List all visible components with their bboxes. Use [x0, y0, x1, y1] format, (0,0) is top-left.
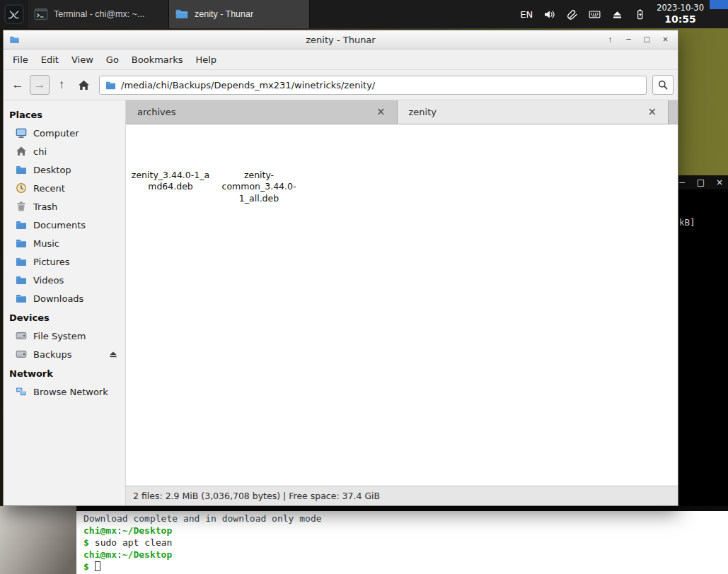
- debian-package-icon: [155, 134, 187, 166]
- forward-button[interactable]: →: [30, 75, 50, 95]
- clock-date: 2023-10-30: [657, 4, 704, 13]
- sidebar-item-pictures[interactable]: Pictures: [4, 252, 125, 271]
- sidebar-item-videos[interactable]: Videos: [4, 271, 125, 289]
- prompt-user-host: chi@mx: [83, 525, 117, 536]
- tab-archives[interactable]: archives ×: [126, 100, 398, 124]
- menu-edit[interactable]: Edit: [35, 54, 65, 65]
- clock[interactable]: 2023-10-30 10:55: [657, 4, 704, 24]
- menu-bookmarks[interactable]: Bookmarks: [125, 54, 190, 65]
- search-button[interactable]: [652, 75, 674, 95]
- menu-help[interactable]: Help: [189, 54, 223, 65]
- prompt-symbol: $: [83, 561, 89, 572]
- home-icon: [78, 79, 90, 91]
- sidebar-item-label: Computer: [33, 128, 79, 139]
- close-button[interactable]: ×: [659, 33, 672, 46]
- prompt-user-host: chi@mx: [83, 549, 117, 560]
- file-view: zenity_3.44.0-1_a md64.deb zenity- commo…: [126, 124, 678, 486]
- file-manager-icon: [175, 7, 189, 21]
- app-menu-button[interactable]: [0, 0, 28, 28]
- background-terminal-window[interactable]: − □ × kB]: [674, 175, 728, 506]
- toolbar: ← → ↑ /media/chi/Backups/Depends_mx231/w…: [4, 70, 678, 100]
- tray-indicator[interactable]: [710, 0, 728, 9]
- sidebar-item-home[interactable]: chi: [4, 142, 125, 160]
- tab-close-icon[interactable]: ×: [376, 107, 386, 117]
- sidebar-item-label: Music: [33, 238, 59, 249]
- maximize-button[interactable]: □: [640, 33, 654, 46]
- trash-icon: [16, 201, 27, 212]
- keyboard-layout-indicator[interactable]: EN: [520, 9, 533, 20]
- sidebar-item-music[interactable]: Music: [4, 234, 125, 252]
- sidebar-item-documents[interactable]: Documents: [4, 216, 125, 234]
- system-tray: EN 2023-10-30 10:55: [520, 0, 728, 28]
- sidebar-item-recent[interactable]: Recent: [4, 179, 125, 197]
- taskbar: Terminal - chi@mx: ~... zenity - Thunar: [28, 0, 310, 28]
- tab-bar: archives × zenity ×: [126, 100, 678, 124]
- prompt-symbol: $: [83, 537, 89, 548]
- close-icon[interactable]: ×: [716, 175, 723, 189]
- prompt-path: ~/Desktop: [122, 525, 172, 536]
- drive-icon: [16, 348, 27, 360]
- file-zenity-common-deb[interactable]: zenity- common_3.44.0- 1_all.deb: [217, 134, 301, 204]
- path-text: /media/chi/Backups/Depends_mx231/winetri…: [121, 80, 375, 90]
- status-text: 2 files: 2.9 MiB (3,036,708 bytes) | Fre…: [133, 491, 380, 501]
- network-icon: [16, 386, 27, 397]
- menu-view[interactable]: View: [65, 54, 100, 65]
- thunar-window: zenity - Thunar ↑ − □ × File Edit View G…: [3, 30, 678, 506]
- back-button[interactable]: ←: [8, 75, 28, 95]
- task-label: zenity - Thunar: [195, 9, 253, 19]
- sidebar-item-trash[interactable]: Trash: [4, 197, 125, 216]
- sidebar-item-filesystem[interactable]: File System: [4, 327, 125, 345]
- sidebar-item-computer[interactable]: Computer: [4, 124, 125, 142]
- sidebar-item-label: Browse Network: [33, 387, 108, 397]
- battery-icon[interactable]: [634, 8, 646, 20]
- sidebar-item-backups[interactable]: Backups: [4, 345, 125, 363]
- terminal-line: $: [83, 561, 728, 573]
- tab-label: archives: [137, 107, 176, 117]
- minimize-icon[interactable]: −: [678, 175, 686, 189]
- sidebar-item-label: Desktop: [33, 165, 71, 175]
- maximize-icon[interactable]: □: [697, 175, 705, 189]
- clock-time: 10:55: [657, 13, 704, 25]
- menu-go[interactable]: Go: [100, 54, 125, 65]
- file-name: zenity- common_3.44.0- 1_all.deb: [222, 170, 296, 204]
- terminal-line: chi@mx:~/Desktop: [83, 549, 728, 561]
- minimize-button[interactable]: −: [622, 33, 635, 46]
- tab-close-icon[interactable]: ×: [647, 107, 657, 117]
- tab-zenity[interactable]: zenity ×: [398, 100, 669, 124]
- paperclip-icon[interactable]: [566, 8, 578, 20]
- sidebar-item-desktop[interactable]: Desktop: [4, 160, 125, 179]
- folder-icon: [16, 293, 27, 304]
- file-name-line: zenity_3.44.0-1_a: [132, 170, 209, 181]
- top-panel: Terminal - chi@mx: ~... zenity - Thunar …: [0, 0, 728, 28]
- background-terminal-edge: [76, 506, 728, 511]
- shade-button[interactable]: ↑: [603, 33, 617, 46]
- recent-icon: [16, 182, 27, 194]
- up-button[interactable]: ↑: [52, 75, 71, 95]
- folder-icon: [16, 274, 27, 286]
- sidebar-item-label: File System: [33, 331, 86, 341]
- home-icon: [16, 146, 27, 157]
- terminal-window[interactable]: Download complete and in download only m…: [76, 511, 728, 574]
- folder-icon: [105, 80, 116, 90]
- menu-file[interactable]: File: [6, 54, 35, 65]
- sidebar-item-downloads[interactable]: Downloads: [4, 289, 125, 308]
- sidebar-header-devices: Devices: [4, 308, 125, 327]
- home-button[interactable]: [74, 75, 93, 95]
- sidebar-item-label: Recent: [33, 183, 65, 194]
- path-bar[interactable]: /media/chi/Backups/Depends_mx231/winetri…: [99, 76, 647, 95]
- sidebar-item-label: Pictures: [33, 257, 69, 267]
- sidebar-item-label: Documents: [33, 220, 86, 230]
- sidebar-item-browse-network[interactable]: Browse Network: [4, 382, 125, 401]
- background-terminal-output: kB]: [674, 189, 728, 228]
- volume-icon[interactable]: [543, 8, 555, 20]
- keyboard-icon[interactable]: [589, 8, 601, 20]
- eject-icon[interactable]: [108, 349, 118, 359]
- file-zenity-amd64-deb[interactable]: zenity_3.44.0-1_a md64.deb: [129, 134, 212, 193]
- sidebar-item-label: Downloads: [33, 293, 83, 304]
- eject-icon[interactable]: [611, 8, 623, 20]
- titlebar[interactable]: zenity - Thunar ↑ − □ ×: [4, 30, 678, 49]
- task-button-terminal[interactable]: Terminal - chi@mx: ~...: [28, 0, 169, 28]
- task-button-thunar[interactable]: zenity - Thunar: [169, 0, 310, 28]
- background-terminal-titlebar[interactable]: − □ ×: [674, 175, 728, 189]
- sidebar-item-label: Videos: [33, 275, 64, 286]
